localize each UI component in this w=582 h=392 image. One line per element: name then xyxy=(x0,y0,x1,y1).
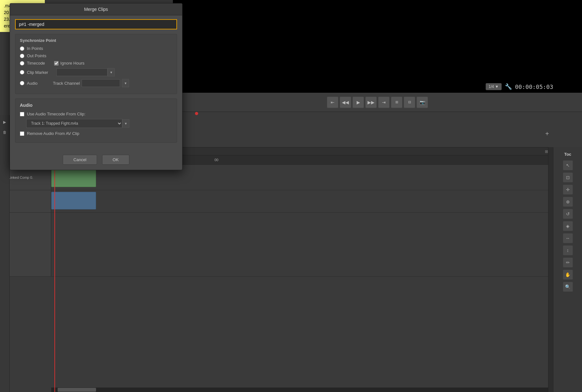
go-to-in-button[interactable]: ⇤ xyxy=(327,97,338,108)
track-content-3 xyxy=(51,213,582,276)
monitor-preview xyxy=(173,0,582,93)
left-play-button[interactable]: ▶ xyxy=(1,118,9,126)
timecode-display: 00:00:05:03 xyxy=(515,83,553,90)
move-anchor-tool[interactable]: ⊕ xyxy=(563,197,573,207)
monitor-top-controls: 1/4 ▼ 🔧 00:00:05:03 xyxy=(486,83,553,90)
in-points-label: In Points xyxy=(27,46,43,51)
select-box-tool[interactable]: ⊡ xyxy=(563,172,573,183)
camera-button[interactable]: 📷 xyxy=(416,97,428,108)
left-trash-button[interactable]: 🗑 xyxy=(1,129,9,136)
sync-section-title: Synchronize Point xyxy=(20,38,172,43)
dialog-title: Merge Clips xyxy=(84,7,108,12)
out-points-row: Out Points xyxy=(20,53,172,58)
timecode-row: Timecode Ignore Hours xyxy=(20,61,172,66)
clip-marker-dropdown-arrow[interactable]: ▼ xyxy=(108,68,115,76)
in-points-radio[interactable] xyxy=(20,46,24,51)
track-row-2 xyxy=(0,190,582,213)
sync-section: Synchronize Point In Points Out Points T… xyxy=(15,34,177,94)
move-tool[interactable]: ✛ xyxy=(563,184,573,195)
scale-h-tool[interactable]: ↔ xyxy=(563,233,573,243)
play-button[interactable]: ▶ xyxy=(352,97,364,108)
clip-marker-row: Clip Marker ▼ xyxy=(20,68,172,76)
wrench-button[interactable]: 🔧 xyxy=(505,83,512,90)
clip-marker-label: Clip Marker xyxy=(27,70,48,75)
audio-track-dropdown-row: Track 1: Trapped Fight.m4a ▼ xyxy=(26,119,172,128)
add-track-button[interactable]: + xyxy=(543,129,551,138)
use-audio-tc-checkbox[interactable] xyxy=(20,112,24,116)
dialog-titlebar: Merge Clips xyxy=(10,4,182,15)
clip-block-audio[interactable] xyxy=(51,192,96,209)
audio-track-dropdown-arrow[interactable]: ▼ xyxy=(122,119,129,128)
scale-v-tool[interactable]: ↕ xyxy=(563,245,573,255)
out-points-radio[interactable] xyxy=(20,54,24,58)
overwrite-button[interactable]: ⊟ xyxy=(404,97,415,108)
ok-button[interactable]: OK xyxy=(102,155,129,165)
cancel-button[interactable]: Cancel xyxy=(63,155,97,165)
left-sidebar: ▶ 🗑 xyxy=(0,115,10,392)
ruler-label-4: 00 xyxy=(214,158,234,162)
clip-name-input[interactable] xyxy=(15,19,177,29)
select-tool[interactable]: ↖ xyxy=(563,160,573,170)
right-tools-panel: Toc ↖ ⊡ ✛ ⊕ ↺ ◈ ↔ ↕ ✏ ✋ 🔍 xyxy=(553,147,582,392)
clip-marker-select[interactable] xyxy=(56,68,108,76)
quality-button[interactable]: 1/4 ▼ xyxy=(486,83,502,90)
track-channel-dropdown-arrow[interactable]: ▼ xyxy=(122,79,129,87)
out-points-label: Out Points xyxy=(27,53,46,58)
panel-grid-icon[interactable]: ⊞ xyxy=(545,149,548,154)
audio-section: Audio Use Audio Timecode From Clip: Trac… xyxy=(15,98,177,143)
hand-tool[interactable]: ✋ xyxy=(563,270,573,280)
timecode-radio[interactable] xyxy=(20,61,24,66)
ignore-hours-checkbox[interactable] xyxy=(54,61,59,66)
insert-button[interactable]: ⊞ xyxy=(391,97,402,108)
clip-marker-radio[interactable] xyxy=(20,70,24,74)
timecode-label: Timecode xyxy=(27,61,45,66)
use-audio-tc-row: Use Audio Timecode From Clip: xyxy=(20,112,172,116)
in-points-row: In Points xyxy=(20,46,172,51)
toc-label: Toc xyxy=(564,150,571,158)
audio-sync-radio[interactable] xyxy=(20,81,24,85)
marker-dot xyxy=(195,112,198,115)
audio-sync-label: Audio xyxy=(27,81,37,86)
remove-audio-row: Remove Audio From AV Clip xyxy=(20,131,172,136)
track-row-3 xyxy=(0,213,582,277)
timeline-v-scrollbar[interactable] xyxy=(548,147,553,392)
rotate-tool[interactable]: ↺ xyxy=(563,209,573,219)
monitor-controls-bar: ⇤ ◀◀ ▶ ▶▶ ⇥ ⊞ ⊟ 📷 xyxy=(173,93,582,112)
dialog-body: Synchronize Point In Points Out Points T… xyxy=(10,15,182,152)
track-channel-label: Track Channel xyxy=(53,81,80,86)
dialog-footer: Cancel OK xyxy=(10,152,182,170)
step-back-button[interactable]: ◀◀ xyxy=(340,97,351,108)
step-forward-button[interactable]: ▶▶ xyxy=(365,97,377,108)
quality-dropdown-icon: ▼ xyxy=(495,84,499,89)
track-content-2 xyxy=(51,190,582,212)
audio-track-select[interactable]: Track 1: Trapped Fight.m4a xyxy=(26,119,122,128)
remove-audio-checkbox[interactable] xyxy=(20,131,24,136)
h-scrollbar-handle[interactable] xyxy=(58,388,96,392)
skew-tool[interactable]: ◈ xyxy=(563,221,573,231)
merge-clips-dialog: Merge Clips Synchronize Point In Points … xyxy=(10,3,182,170)
ignore-hours-label: Ignore Hours xyxy=(61,61,85,66)
audio-section-title: Audio xyxy=(20,103,172,108)
quality-label: 1/4 xyxy=(489,84,494,89)
remove-audio-label: Remove Audio From AV Clip xyxy=(27,131,79,136)
zoom-tool[interactable]: 🔍 xyxy=(563,282,573,292)
audio-sync-row: Audio Track Channel ▼ xyxy=(20,79,172,87)
tracks-container: 7.2 Linked Comp 0. xyxy=(0,165,582,392)
go-to-out-button[interactable]: ⇥ xyxy=(378,97,390,108)
h-scrollbar-track xyxy=(51,388,548,392)
pen-tool[interactable]: ✏ xyxy=(563,257,573,268)
playhead-line xyxy=(54,155,55,392)
track-channel-select[interactable] xyxy=(82,79,120,87)
use-audio-tc-label: Use Audio Timecode From Clip: xyxy=(27,112,85,116)
